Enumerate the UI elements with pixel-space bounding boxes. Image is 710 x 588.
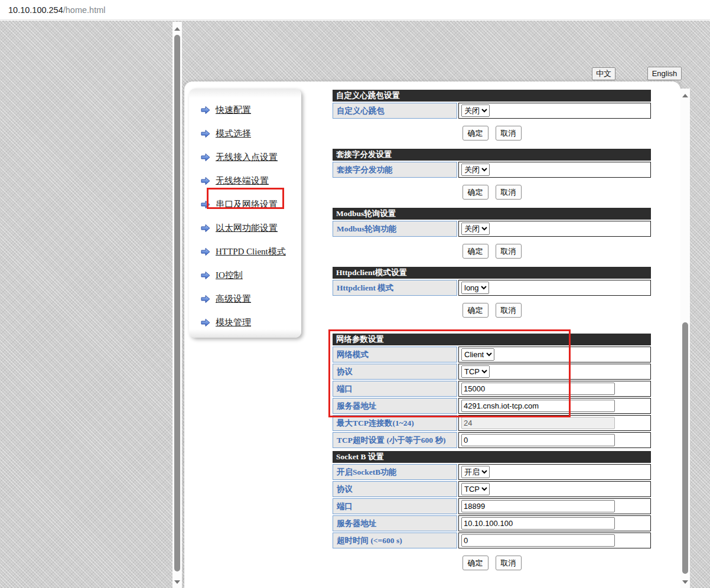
blue-arrow-icon (201, 177, 210, 185)
section-header: 自定义心跳包设置 (333, 90, 651, 102)
field-value-cell: long (458, 280, 651, 296)
sidebar: 快速配置模式选择无线接入点设置无线终端设置串口及网络设置以太网功能设置HTTPD… (189, 89, 301, 338)
blue-arrow-icon (201, 153, 210, 162)
scroll-down-arrow-icon[interactable] (682, 580, 688, 584)
ok-button[interactable]: 确定 (463, 303, 488, 318)
sidebar-menu: 快速配置模式选择无线接入点设置无线终端设置串口及网络设置以太网功能设置HTTPD… (189, 98, 301, 334)
sidebar-item-quick-config[interactable]: 快速配置 (189, 98, 301, 122)
field-value-cell: 关闭 (458, 103, 651, 119)
scroll-down-arrow-icon[interactable] (174, 580, 180, 584)
field-label: TCP超时设置 (小于等于600 秒) (333, 432, 457, 448)
page-background: 中文 English 快速配置模式选择无线接入点设置无线终端设置串口及网络设置以… (0, 21, 710, 588)
scrollbar-thumb[interactable] (174, 35, 180, 571)
annotation-box-network-params (328, 329, 571, 417)
text-field[interactable] (461, 534, 615, 547)
sidebar-item-wireless-ap[interactable]: 无线接入点设置 (189, 145, 301, 169)
cancel-button[interactable]: 取消 (496, 303, 522, 318)
left-frame-scrollbar[interactable] (172, 22, 182, 588)
sidebar-item-advanced[interactable]: 高级设置 (189, 287, 301, 311)
sidebar-item-httpd-client[interactable]: HTTPD Client模式 (189, 240, 301, 263)
sidebar-item-label: 高级设置 (216, 293, 251, 305)
sidebar-item-module-mgmt[interactable]: 模块管理 (189, 311, 301, 334)
select-field[interactable]: 关闭 (461, 104, 490, 117)
form-row: TCP超时设置 (小于等于600 秒) (333, 432, 651, 448)
form-row: 端口 (333, 498, 651, 514)
scrollbar-thumb[interactable] (682, 322, 688, 574)
field-label: 端口 (333, 498, 457, 514)
scroll-up-arrow-icon[interactable] (682, 94, 688, 97)
cancel-button[interactable]: 取消 (496, 556, 522, 570)
sidebar-item-ethernet[interactable]: 以太网功能设置 (189, 216, 301, 240)
form-row: Httpdclient 模式long (333, 280, 651, 296)
section-header: Modbus轮询设置 (333, 208, 651, 220)
form-row: 套接字分发功能关闭 (333, 162, 651, 178)
text-field (461, 417, 615, 429)
form-section: 自定义心跳包设置自定义心跳包关闭确定取消 (333, 90, 651, 141)
blue-arrow-icon (201, 295, 210, 303)
select-field[interactable]: long (461, 282, 489, 294)
sidebar-item-label: IO控制 (216, 270, 243, 281)
sidebar-item-label: 以太网功能设置 (216, 223, 278, 234)
form-section: Httpdclient模式设置Httpdclient 模式long确定取消 (333, 267, 651, 318)
sidebar-item-label: 模块管理 (216, 317, 251, 328)
field-value-cell (458, 432, 651, 448)
text-field[interactable] (461, 500, 615, 512)
select-field[interactable]: TCP (461, 483, 490, 495)
text-field[interactable] (461, 434, 615, 446)
ok-button[interactable]: 确定 (463, 244, 488, 259)
form-section: Socket B 设置开启SocketB功能开启协议TCP端口服务器地址超时时间… (333, 451, 651, 570)
blue-arrow-icon (201, 129, 210, 138)
field-label: Httpdclient 模式 (333, 280, 457, 296)
blue-arrow-icon (201, 271, 210, 280)
form-row: 服务器地址 (333, 515, 651, 531)
cancel-button[interactable]: 取消 (496, 244, 522, 259)
field-value-cell: TCP (458, 481, 651, 497)
select-field[interactable]: 关闭 (461, 223, 490, 235)
text-field[interactable] (461, 517, 615, 530)
form-row: 协议TCP (333, 481, 651, 497)
main-frame-scrollbar[interactable] (680, 89, 690, 588)
section-header: 套接字分发设置 (333, 149, 651, 161)
ok-button[interactable]: 确定 (463, 556, 488, 570)
section-header: Socket B 设置 (333, 451, 651, 463)
action-buttons: 确定取消 (333, 556, 651, 570)
blue-arrow-icon (201, 106, 210, 115)
field-value-cell (458, 515, 651, 531)
field-value-cell (458, 533, 651, 548)
sidebar-item-label: HTTPD Client模式 (216, 246, 286, 257)
field-label: 套接字分发功能 (333, 162, 457, 178)
ok-button[interactable]: 确定 (463, 185, 488, 200)
language-english-button[interactable]: English (647, 67, 682, 80)
sidebar-item-label: 模式选择 (216, 128, 251, 139)
action-buttons: 确定取消 (333, 126, 651, 141)
form-row: 自定义心跳包关闭 (333, 103, 651, 119)
sidebar-item-mode-select[interactable]: 模式选择 (189, 122, 301, 145)
action-buttons: 确定取消 (333, 244, 651, 259)
language-chinese-button[interactable]: 中文 (592, 67, 615, 80)
form-row: 开启SocketB功能开启 (333, 464, 651, 480)
ok-button[interactable]: 确定 (463, 126, 488, 141)
form-section: 套接字分发设置套接字分发功能关闭确定取消 (333, 149, 651, 200)
cancel-button[interactable]: 取消 (496, 185, 522, 200)
sidebar-item-label: 无线终端设置 (216, 175, 269, 187)
form-row: Modbus轮询功能关闭 (333, 221, 651, 237)
field-value-cell: 关闭 (458, 162, 651, 178)
sidebar-item-label: 无线接入点设置 (216, 152, 278, 163)
field-label: Modbus轮询功能 (333, 221, 457, 237)
form-section: Modbus轮询设置Modbus轮询功能关闭确定取消 (333, 208, 651, 259)
scroll-up-arrow-icon[interactable] (174, 27, 180, 31)
field-label: 超时时间 (<=600 s) (333, 533, 457, 548)
browser-url-bar[interactable]: 10.10.100.254/home.html (0, 0, 710, 20)
field-label: 开启SocketB功能 (333, 464, 457, 480)
field-value-cell: 关闭 (458, 221, 651, 237)
select-field[interactable]: 开启 (461, 466, 490, 478)
select-field[interactable]: 关闭 (461, 164, 490, 176)
section-header: Httpdclient模式设置 (333, 267, 651, 279)
sidebar-item-io-control[interactable]: IO控制 (189, 263, 301, 287)
url-path: /home.html (63, 5, 106, 15)
cancel-button[interactable]: 取消 (496, 126, 522, 141)
field-label: 协议 (333, 481, 457, 497)
blue-arrow-icon (201, 247, 210, 256)
field-label: 最大TCP连接数(1~24) (333, 415, 457, 431)
screen: 10.10.100.254/home.html 中文 English 快速配置模… (0, 0, 710, 588)
